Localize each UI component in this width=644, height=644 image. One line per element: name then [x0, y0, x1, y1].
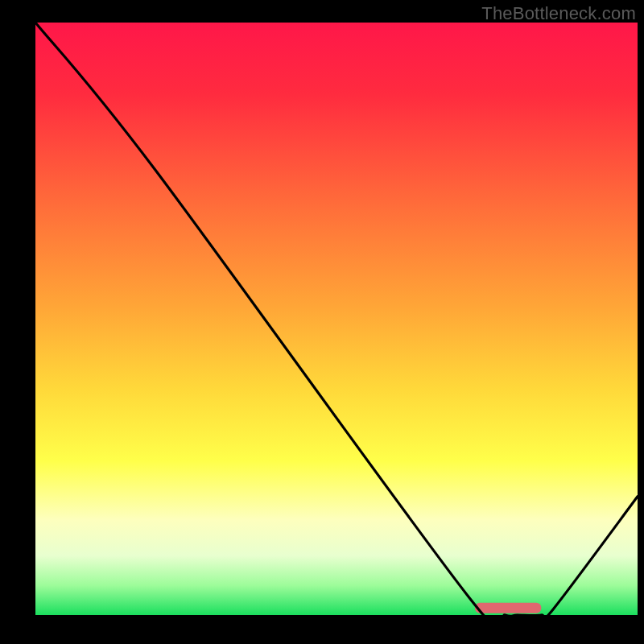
optimal-range-bar — [475, 603, 541, 613]
chart-gradient-background — [35, 23, 638, 615]
bottleneck-chart — [0, 0, 644, 644]
watermark-text: TheBottleneck.com — [481, 3, 636, 24]
chart-stage: TheBottleneck.com — [0, 0, 644, 644]
